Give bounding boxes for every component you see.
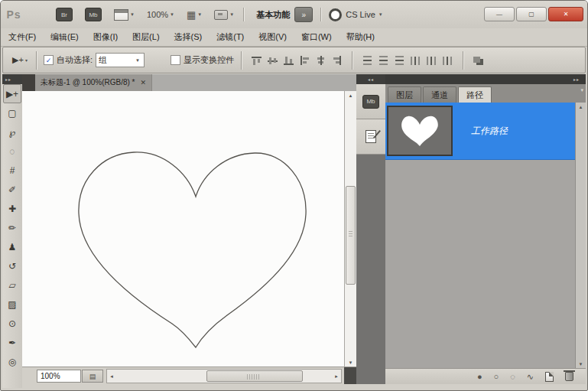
vertical-scroll-thumb[interactable] bbox=[346, 186, 356, 285]
tool-move[interactable]: ▶+ bbox=[3, 84, 21, 103]
arrange-documents-icon[interactable]: ▦ bbox=[187, 10, 196, 20]
tool-gradient[interactable]: ▨ bbox=[3, 295, 21, 314]
screen-mode-icon[interactable] bbox=[214, 10, 228, 20]
show-transform-label: 显示变换控件 bbox=[184, 54, 234, 66]
launch-bridge-button[interactable]: Br bbox=[56, 8, 73, 21]
cs-live-label[interactable]: CS Live bbox=[346, 10, 375, 19]
tab-layers[interactable]: 图层 bbox=[388, 86, 421, 103]
workspace-overflow-button[interactable]: » bbox=[294, 7, 313, 22]
menu-layer[interactable]: 图层(L) bbox=[132, 31, 159, 43]
tab-close-icon[interactable]: ✕ bbox=[141, 79, 147, 86]
menu-window[interactable]: 窗口(W) bbox=[301, 31, 332, 43]
distribute-left-edges-icon[interactable] bbox=[410, 55, 421, 66]
maximize-button[interactable]: ▢ bbox=[516, 7, 547, 21]
panel-scroll-up-icon[interactable]: ▲ bbox=[576, 105, 586, 109]
status-info-button[interactable]: ▤ bbox=[82, 370, 103, 383]
auto-select-dropdown[interactable]: 组 ▼ bbox=[96, 53, 145, 67]
align-vertical-centers-icon[interactable] bbox=[267, 55, 278, 66]
align-bottom-edges-icon[interactable] bbox=[283, 55, 294, 66]
menu-file[interactable]: 文件(F) bbox=[8, 31, 36, 43]
window-controls: — ▢ ✕ bbox=[484, 7, 583, 21]
tool-lasso[interactable]: ℘ bbox=[3, 122, 21, 142]
stroke-path-button[interactable]: ○ bbox=[494, 372, 499, 381]
scroll-down-icon[interactable]: ▼ bbox=[345, 360, 356, 365]
status-zoom-field[interactable]: 100% bbox=[37, 370, 81, 383]
document-tab[interactable]: 未标题-1 @ 100%(RGB/8) * ✕ bbox=[35, 74, 152, 91]
launch-mini-bridge-button[interactable]: Mb bbox=[85, 8, 102, 21]
tool-history-brush[interactable]: ↺ bbox=[3, 256, 21, 275]
auto-select-checkbox[interactable]: ✓ bbox=[44, 55, 54, 65]
scroll-left-icon[interactable]: ◂ bbox=[107, 370, 116, 383]
distribute-bottom-edges-icon[interactable] bbox=[394, 55, 405, 66]
horizontal-scrollbar[interactable]: ◂ ▸ bbox=[106, 369, 342, 383]
zoom-level-caret-icon[interactable]: ▼ bbox=[170, 12, 174, 17]
fill-path-button[interactable]: ● bbox=[477, 372, 482, 381]
workspace-label[interactable]: 基本功能 bbox=[256, 9, 290, 21]
align-left-edges-icon[interactable] bbox=[299, 55, 310, 66]
tab-channels[interactable]: 通道 bbox=[423, 86, 456, 103]
new-path-button[interactable] bbox=[545, 372, 554, 382]
view-extras-caret-icon[interactable]: ▼ bbox=[130, 12, 135, 17]
minimize-button[interactable]: — bbox=[484, 7, 515, 21]
tool-crop[interactable]: # bbox=[3, 161, 21, 180]
distribute-horizontal-centers-icon[interactable] bbox=[426, 55, 437, 66]
status-bar-corner bbox=[344, 367, 356, 384]
tool-spot-healing-brush[interactable]: ✚ bbox=[3, 199, 21, 218]
menu-edit[interactable]: 编辑(E) bbox=[50, 31, 79, 43]
horizontal-scroll-thumb[interactable] bbox=[206, 370, 303, 382]
path-thumbnail[interactable] bbox=[387, 106, 453, 156]
panel-scrollbar[interactable]: ▲ ▼ bbox=[575, 103, 586, 369]
distribute-vertical-centers-icon[interactable] bbox=[378, 55, 389, 66]
options-separator bbox=[352, 51, 352, 70]
align-top-edges-icon[interactable] bbox=[251, 55, 262, 66]
path-name-label[interactable]: 工作路径 bbox=[471, 125, 508, 138]
canvas[interactable] bbox=[22, 91, 345, 367]
distribute-right-edges-icon[interactable] bbox=[442, 55, 453, 66]
menu-filter[interactable]: 滤镜(T) bbox=[216, 31, 244, 43]
document-tab-bar: 未标题-1 @ 100%(RGB/8) * ✕ bbox=[22, 74, 356, 91]
make-work-path-button[interactable]: ∿ bbox=[527, 372, 534, 382]
menu-help[interactable]: 帮助(H) bbox=[346, 31, 375, 43]
tool-quick-selection[interactable]: ◌ bbox=[3, 142, 21, 161]
menu-bar: 文件(F) 编辑(E) 图像(I) 图层(L) 选择(S) 滤镜(T) 视图(V… bbox=[1, 28, 587, 47]
panel-menu-icon[interactable]: ▾ bbox=[580, 87, 583, 93]
tool-rotate-view[interactable]: ◎ bbox=[3, 352, 21, 371]
align-horizontal-centers-icon[interactable] bbox=[315, 55, 326, 66]
screen-mode-caret-icon[interactable]: ▼ bbox=[229, 12, 234, 17]
cs-live-caret-icon[interactable]: ▼ bbox=[378, 12, 383, 17]
tool-brush[interactable]: ✏ bbox=[3, 218, 21, 237]
load-path-as-selection-button[interactable]: ◌ bbox=[510, 372, 515, 381]
scroll-right-icon[interactable]: ▸ bbox=[332, 370, 341, 383]
tab-paths[interactable]: 路径 bbox=[458, 86, 492, 103]
menu-view[interactable]: 视图(V) bbox=[258, 31, 287, 43]
auto-align-layers-icon[interactable] bbox=[473, 55, 484, 66]
tools-panel-header[interactable]: ▸▸ bbox=[2, 74, 22, 84]
collapse-to-icons-button[interactable]: ▸▸ bbox=[385, 74, 586, 84]
tool-pen[interactable]: ✒ bbox=[3, 333, 21, 352]
zoom-level-value[interactable]: 100% bbox=[147, 10, 168, 19]
mini-bridge-panel-button[interactable]: Mb bbox=[356, 84, 385, 119]
tool-preset-caret-icon[interactable]: ▾ bbox=[25, 57, 28, 63]
delete-path-button[interactable] bbox=[565, 372, 573, 381]
scroll-up-icon[interactable]: ▲ bbox=[345, 93, 356, 98]
tool-rectangular-marquee[interactable]: ▢ bbox=[3, 103, 21, 122]
expand-panels-button[interactable]: ◂◂ bbox=[356, 74, 385, 84]
distribute-top-edges-icon[interactable] bbox=[362, 55, 373, 66]
path-row-selected[interactable]: 工作路径 bbox=[385, 103, 576, 160]
menu-image[interactable]: 图像(I) bbox=[93, 31, 118, 43]
history-panel-button[interactable] bbox=[356, 119, 385, 155]
align-right-edges-icon[interactable] bbox=[331, 55, 343, 66]
tool-blur[interactable]: ⊙ bbox=[3, 314, 21, 333]
tool-eraser[interactable]: ▱ bbox=[3, 275, 21, 295]
double-arrow-icon: ▸▸ bbox=[573, 77, 580, 82]
view-extras-icon[interactable] bbox=[114, 9, 128, 21]
show-transform-checkbox[interactable] bbox=[171, 55, 180, 65]
panel-scroll-down-icon[interactable]: ▼ bbox=[576, 362, 586, 367]
tool-clone-stamp[interactable]: ♟ bbox=[3, 237, 21, 256]
vertical-scrollbar[interactable]: ▲ ▼ bbox=[344, 91, 356, 367]
arrange-documents-caret-icon[interactable]: ▼ bbox=[197, 12, 202, 17]
paths-panel-footer: ● ○ ◌ ∿ bbox=[385, 368, 586, 384]
close-button[interactable]: ✕ bbox=[548, 7, 583, 21]
tool-eyedropper[interactable]: ✐ bbox=[3, 180, 21, 199]
menu-select[interactable]: 选择(S) bbox=[174, 31, 203, 43]
